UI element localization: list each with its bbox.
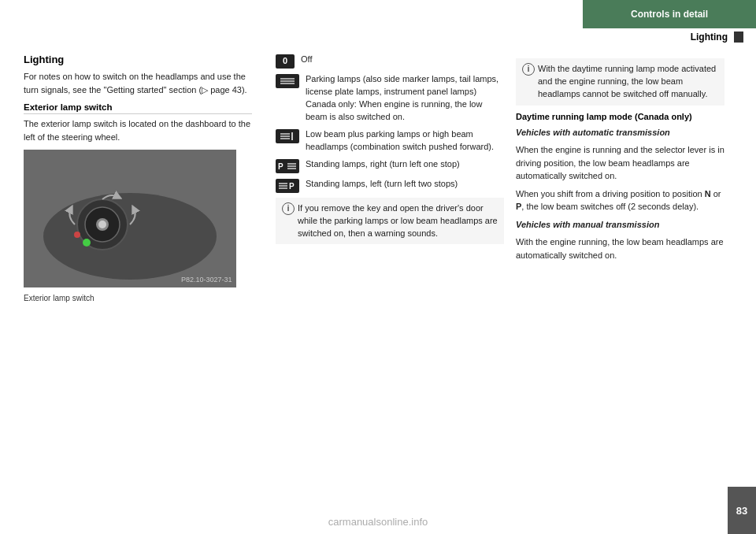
- auto-trans-text1: When the engine is running and the selec…: [516, 143, 724, 183]
- symbol-row-lowbeam: Low beam plus parking lamps or high beam…: [276, 128, 504, 154]
- image-caption: Exterior lamp switch: [24, 294, 252, 302]
- daytime-heading: Daytime running lamp mode (Canada only): [516, 112, 724, 123]
- info-box-key: i If you remove the key and open the dri…: [276, 198, 504, 245]
- page-container: Controls in detail Lighting Lighting For…: [0, 0, 756, 534]
- text-standing-left: Standing lamps, left (turn left two stop…: [306, 178, 458, 191]
- svg-point-1: [43, 193, 217, 280]
- car-image-graphic: P82.10-3027-31: [24, 150, 236, 287]
- sub-title: Lighting: [691, 32, 756, 43]
- symbol-row-parking: Parking lamps (also side marker lamps, t…: [276, 73, 504, 124]
- text-standing-right: Standing lamps, right (turn left one sto…: [306, 158, 460, 171]
- svg-text:P: P: [278, 162, 284, 171]
- svg-point-7: [74, 232, 80, 238]
- auto-trans-heading: Vehicles with automatic transmission: [516, 126, 724, 139]
- svg-text:P: P: [289, 182, 295, 191]
- symbol-standing-right: P: [276, 159, 299, 173]
- svg-text:P82.10-3027-31: P82.10-3027-31: [181, 276, 232, 284]
- page-number: 83: [736, 505, 747, 517]
- svg-point-6: [83, 239, 91, 247]
- text-lowbeam: Low beam plus parking lamps or high beam…: [306, 128, 504, 154]
- dashboard-svg: P82.10-3027-31: [24, 150, 236, 287]
- symbol-row-off: 0 Off: [276, 54, 504, 69]
- page-number-container: 83: [728, 487, 756, 534]
- ext-lamp-text: The exterior lamp switch is located on t…: [24, 117, 252, 143]
- header-bar: Controls in detail: [0, 0, 756, 28]
- auto-trans-text2: When you shift from a driving position t…: [516, 187, 724, 213]
- info-icon: i: [282, 202, 295, 215]
- symbol-standing-left: P: [276, 179, 299, 193]
- text-parking: Parking lamps (also side marker lamps, t…: [306, 73, 504, 124]
- standing-right-svg: P: [277, 161, 298, 172]
- info-box-top: i With the daytime running lamp mode act…: [516, 58, 724, 106]
- info-row: i If you remove the key and open the dri…: [282, 202, 498, 240]
- info-text: If you remove the key and open the drive…: [298, 202, 498, 240]
- ext-lamp-subheading: Exterior lamp switch: [24, 102, 252, 114]
- section-title: Controls in detail: [583, 0, 756, 28]
- svg-point-5: [98, 221, 106, 228]
- lighting-heading: Lighting: [24, 54, 252, 65]
- info-row-top: i With the daytime running lamp mode act…: [522, 63, 718, 101]
- manual-trans-text: With the engine running, the low beam he…: [516, 235, 724, 261]
- main-content: Lighting For notes on how to switch on t…: [0, 46, 756, 534]
- middle-column: 0 Off Parking lamps (also side marker la…: [268, 54, 512, 526]
- lamp-switch-image: P82.10-3027-31: [24, 150, 236, 287]
- header-sub-title-bar: Lighting: [0, 28, 756, 46]
- manual-trans-heading: Vehicles with manual transmission: [516, 218, 724, 232]
- symbol-row-standing-left: P Standing lamps, left (turn left two st…: [276, 178, 504, 193]
- symbol-parking: [276, 74, 299, 88]
- lowbeam-symbol-svg: [279, 131, 296, 142]
- left-column: Lighting For notes on how to switch on t…: [0, 54, 268, 526]
- info-icon-top: i: [522, 63, 535, 76]
- right-column: i With the daytime running lamp mode act…: [512, 54, 732, 526]
- parking-symbol-svg: [279, 76, 296, 87]
- symbol-off: 0: [276, 54, 295, 69]
- symbol-row-standing-right: P Standing lamps, right (turn left one s…: [276, 158, 504, 173]
- watermark: carmanualsonline.info: [328, 516, 428, 528]
- info-text-top: With the daytime running lamp mode activ…: [538, 63, 718, 101]
- standing-left-svg: P: [277, 180, 298, 191]
- text-off: Off: [301, 54, 312, 66]
- intro-text: For notes on how to switch on the headla…: [24, 70, 252, 96]
- symbol-lowbeam: [276, 129, 299, 143]
